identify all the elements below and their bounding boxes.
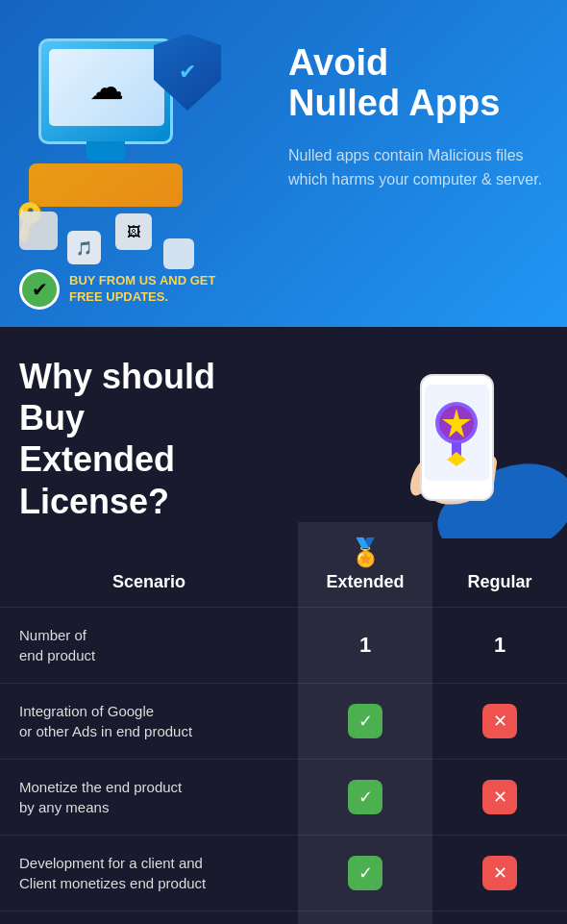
banner-footer: ✔ BUY FROM US AND GET FREE UPDATES. (19, 269, 215, 310)
cube1-icon (19, 212, 58, 250)
regular-number: 1 (494, 633, 505, 657)
scenario-cell: Number ofend product (0, 607, 298, 683)
cube2-icon: 🎵 (67, 231, 101, 264)
screen-icon: ☁ (49, 49, 164, 126)
top-banner: ☁ ✔ 🔑 🎵 🖼 Avoid Nulled Apps Nulled apps … (0, 0, 567, 327)
cloud-icon: ☁ (89, 67, 124, 108)
banner-badge-text: BUY FROM US AND GET FREE UPDATES. (69, 273, 215, 306)
check-icon: ✓ (348, 704, 382, 738)
keyboard-icon (29, 163, 183, 207)
regular-cell: ✕ (432, 759, 567, 835)
banner-title: Avoid Nulled Apps (288, 43, 548, 124)
extended-cell: ✓ (298, 911, 432, 924)
scenario-cell: Monetize the end productby any means (0, 759, 298, 835)
cross-icon: ✕ (482, 780, 517, 814)
table-row: Integration of Googleor other Ads in end… (0, 683, 567, 759)
extended-cell: ✓ (298, 683, 432, 759)
check-icon: ✓ (348, 780, 382, 814)
cube3-icon: 🖼 (115, 213, 152, 250)
extended-cell: ✓ (298, 759, 432, 835)
middle-section: Why should Buy Extended License? (0, 327, 567, 522)
phone-hand-illustration (336, 317, 567, 538)
banner-text-area: Avoid Nulled Apps Nulled apps contain Ma… (279, 29, 548, 192)
table-row: Number ofend product11 (0, 607, 567, 683)
extended-number: 1 (359, 633, 371, 657)
table-row: Make a stock templateas end product✓✕ (0, 911, 567, 924)
regular-cell: 1 (432, 607, 567, 683)
regular-cell: ✕ (432, 911, 567, 924)
cross-icon: ✕ (482, 704, 517, 738)
table-section: Scenario 🏅 Extended Regular Number ofend… (0, 522, 567, 924)
section-title: Why should Buy Extended License? (19, 356, 288, 522)
extended-cell: ✓ (298, 835, 432, 911)
extended-cell: 1 (298, 607, 432, 683)
scenario-cell: Integration of Googleor other Ads in end… (0, 683, 298, 759)
table-row: Development for a client andClient monet… (0, 835, 567, 911)
monitor-icon: ☁ (38, 38, 173, 144)
check-icon: ✓ (348, 856, 382, 890)
comparison-table: Scenario 🏅 Extended Regular Number ofend… (0, 522, 567, 924)
verified-badge-icon: ✔ (19, 269, 60, 310)
scenario-cell: Development for a client andClient monet… (0, 835, 298, 911)
scenario-cell: Make a stock templateas end product (0, 911, 298, 924)
regular-cell: ✕ (432, 835, 567, 911)
scenario-header: Scenario (0, 522, 298, 608)
cross-icon: ✕ (482, 856, 517, 890)
cube4-icon (163, 238, 194, 269)
banner-illustration: ☁ ✔ 🔑 🎵 🖼 (19, 29, 279, 279)
table-row: Monetize the end productby any means✓✕ (0, 759, 567, 835)
banner-subtitle: Nulled apps contain Malicious files whic… (288, 143, 548, 192)
regular-cell: ✕ (432, 683, 567, 759)
medal-icon: 🏅 (308, 537, 423, 568)
